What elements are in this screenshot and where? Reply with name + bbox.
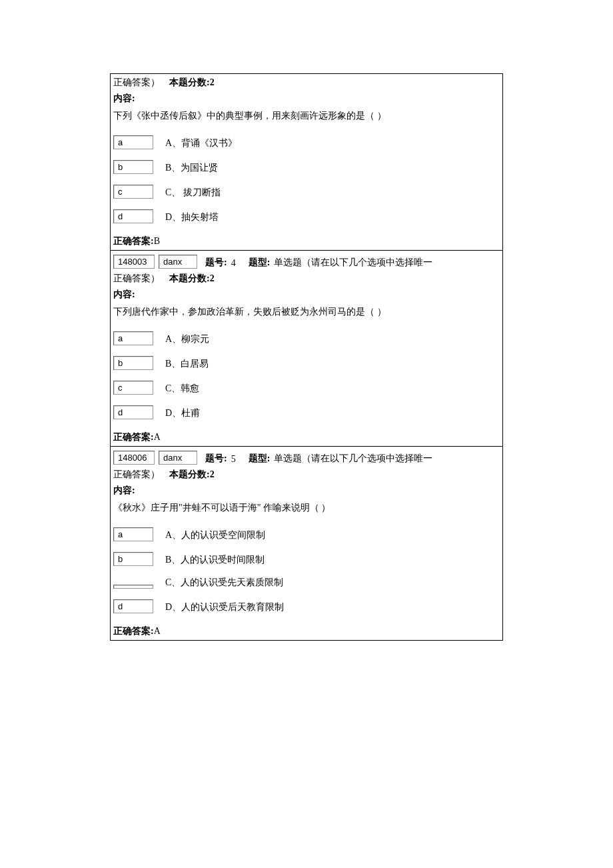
option-input[interactable]: d — [113, 599, 153, 613]
q-type-text: 单选题（请在以下几个选项中选择唯一 — [274, 257, 432, 269]
option-input[interactable]: c — [113, 381, 153, 395]
option-row: b B、白居易 — [111, 353, 502, 371]
option-label: C、 拔刀断指 — [165, 187, 221, 199]
option-input[interactable]: a — [113, 331, 153, 345]
q-number-label: 题号: — [205, 257, 227, 269]
content-label-row: 内容: — [111, 90, 502, 107]
q-number-value: 4 — [231, 258, 236, 269]
score-value: 2 — [210, 77, 215, 87]
option-row: c C、 拔刀断指 — [111, 182, 502, 200]
score-label: 本题分数: — [169, 469, 210, 479]
option-row: a A、柳宗元 — [111, 329, 502, 347]
score-label: 本题分数: — [169, 273, 210, 283]
question-text: 下列《张中丞传后叙》中的典型事例，用来刻画许远形象的是（ ） — [113, 111, 386, 121]
correct-answer-value: A — [154, 432, 161, 442]
content-label: 内容: — [113, 289, 135, 299]
page-wrapper: 正确答案） 本题分数:2 内容: 下列《张中丞传后叙》中的典型事例，用来刻画许远… — [110, 73, 503, 641]
option-label: A、柳宗元 — [165, 333, 209, 345]
answer-row: 正确答案:A — [111, 427, 502, 446]
option-row: d D、人的认识受后天教育限制 — [111, 597, 502, 615]
option-label: C、韩愈 — [165, 383, 199, 395]
option-input[interactable]: b — [113, 160, 153, 174]
question-block: 148006 danx 题号:5 题型:单选题（请在以下几个选项中选择唯一 正确… — [110, 446, 503, 641]
option-row: c C、韩愈 — [111, 378, 502, 396]
question-header-continuation: 正确答案） 本题分数:2 — [111, 466, 502, 482]
option-input[interactable] — [113, 585, 153, 589]
question-text: 《秋水》庄子用"井蛙不可以语于海" 作喻来说明（ ） — [113, 503, 330, 513]
answer-row: 正确答案:A — [111, 621, 502, 640]
option-label: D、杜甫 — [165, 407, 200, 419]
q-number-label: 题号: — [205, 453, 227, 465]
correct-answer-paren: 正确答案） — [113, 273, 160, 283]
question-id-input[interactable]: 148006 — [113, 451, 155, 465]
option-label: A、人的认识受空间限制 — [165, 529, 265, 541]
correct-answer-paren: 正确答案） — [113, 77, 160, 87]
question-header-continuation: 正确答案） 本题分数:2 — [111, 74, 502, 90]
question-header: 148003 danx 题号:4 题型:单选题（请在以下几个选项中选择唯一 — [111, 251, 502, 270]
q-number-value: 5 — [231, 454, 236, 465]
option-input[interactable]: b — [113, 356, 153, 370]
option-label: A、背诵《汉书》 — [165, 137, 237, 149]
option-row: b B、为国让贤 — [111, 157, 502, 175]
option-input[interactable]: d — [113, 405, 153, 419]
question-id-input[interactable]: 148003 — [113, 255, 155, 269]
answer-row: 正确答案:B — [111, 231, 502, 250]
question-block: 正确答案） 本题分数:2 内容: 下列《张中丞传后叙》中的典型事例，用来刻画许远… — [110, 73, 503, 250]
options-wrap: a A、背诵《汉书》 b B、为国让贤 c C、 拔刀断指 d D、抽矢射塔 — [111, 125, 502, 231]
q-type-label: 题型: — [249, 257, 271, 269]
question-type-input[interactable]: danx — [159, 255, 197, 269]
option-input[interactable]: c — [113, 185, 153, 199]
correct-answer-value: B — [154, 236, 160, 246]
score-value: 2 — [210, 273, 215, 283]
correct-answer-value: A — [154, 626, 161, 636]
question-type-input[interactable]: danx — [159, 451, 197, 465]
question-content: 下列《张中丞传后叙》中的典型事例，用来刻画许远形象的是（ ） — [111, 107, 502, 125]
option-label: D、抽矢射塔 — [165, 211, 219, 223]
option-label: B、为国让贤 — [165, 162, 218, 174]
question-header: 148006 danx 题号:5 题型:单选题（请在以下几个选项中选择唯一 — [111, 447, 502, 466]
content-label: 内容: — [113, 485, 135, 495]
correct-answer-paren: 正确答案） — [113, 469, 160, 479]
correct-answer-label: 正确答案: — [113, 626, 154, 636]
question-text: 下列唐代作家中，参加政治革新，失败后被贬为永州司马的是（ ） — [113, 307, 386, 317]
option-input[interactable]: b — [113, 552, 153, 566]
option-label: D、人的认识受后天教育限制 — [165, 601, 284, 613]
option-row: d D、杜甫 — [111, 403, 502, 421]
content-label: 内容: — [113, 93, 135, 103]
option-row: d D、抽矢射塔 — [111, 207, 502, 225]
option-row: a A、人的认识受空间限制 — [111, 525, 502, 543]
content-label-row: 内容: — [111, 482, 502, 499]
score-value: 2 — [210, 469, 215, 479]
question-content: 下列唐代作家中，参加政治革新，失败后被贬为永州司马的是（ ） — [111, 303, 502, 321]
q-type-label: 题型: — [249, 453, 271, 465]
content-label-row: 内容: — [111, 286, 502, 303]
option-label: B、白居易 — [165, 358, 209, 370]
question-block: 148003 danx 题号:4 题型:单选题（请在以下几个选项中选择唯一 正确… — [110, 250, 503, 446]
option-label: C、人的认识受先天素质限制 — [165, 577, 283, 589]
option-row: a A、背诵《汉书》 — [111, 133, 502, 151]
option-input[interactable]: a — [113, 135, 153, 149]
option-input[interactable]: a — [113, 527, 153, 541]
correct-answer-label: 正确答案: — [113, 236, 154, 246]
question-header-continuation: 正确答案） 本题分数:2 — [111, 270, 502, 286]
score-label: 本题分数: — [169, 77, 210, 87]
option-row: b B、人的认识受时间限制 — [111, 549, 502, 567]
option-row: C、人的认识受先天素质限制 — [111, 574, 502, 590]
options-wrap: a A、柳宗元 b B、白居易 c C、韩愈 d D、杜甫 — [111, 321, 502, 427]
options-wrap: a A、人的认识受空间限制 b B、人的认识受时间限制 C、人的认识受先天素质限… — [111, 517, 502, 621]
question-content: 《秋水》庄子用"井蛙不可以语于海" 作喻来说明（ ） — [111, 499, 502, 517]
option-label: B、人的认识受时间限制 — [165, 554, 265, 566]
correct-answer-label: 正确答案: — [113, 432, 154, 442]
q-type-text: 单选题（请在以下几个选项中选择唯一 — [274, 453, 432, 465]
option-input[interactable]: d — [113, 209, 153, 223]
